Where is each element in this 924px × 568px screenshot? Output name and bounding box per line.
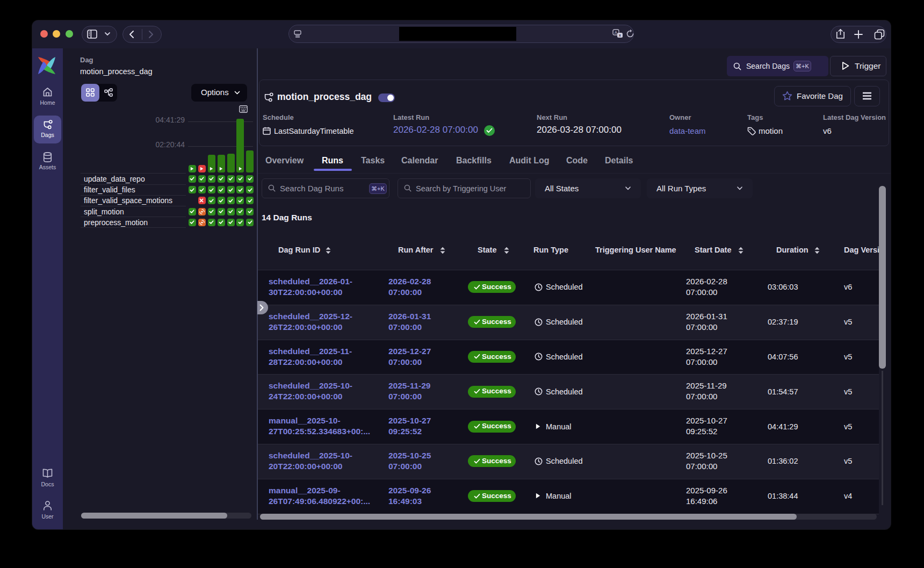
- svg-text:x: x: [619, 33, 621, 37]
- svg-text:A: A: [615, 30, 618, 35]
